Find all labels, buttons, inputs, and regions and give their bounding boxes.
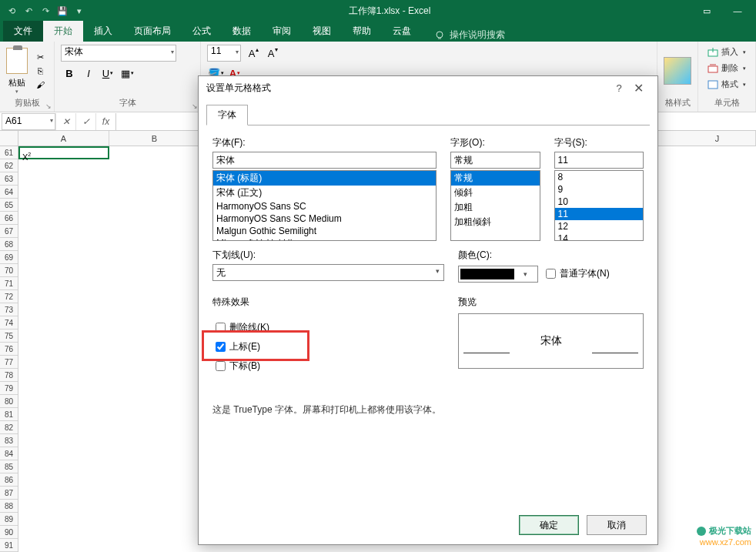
underline-combo[interactable] [212,264,444,281]
row-header[interactable]: 66 [0,212,18,225]
row-header[interactable]: 82 [0,421,18,434]
row-header[interactable]: 62 [0,159,18,172]
list-item[interactable]: HarmonyOS Sans SC Medium [213,212,436,225]
tab-review[interactable]: 审阅 [262,21,302,42]
list-item[interactable]: 宋体 (标题) [213,171,436,186]
row-header[interactable]: 67 [0,225,18,238]
strikethrough-checkbox[interactable]: 删除线(K) [216,318,441,337]
qat-autosave-icon[interactable]: ⟲ [3,2,20,19]
row-header[interactable]: 73 [0,303,18,316]
ribbon-display-icon[interactable]: ▭ [691,0,722,22]
list-item[interactable]: Malgun Gothic Semilight [213,225,436,237]
font-color-combo[interactable]: ▾ [458,266,538,283]
increase-font-icon[interactable]: A▴ [243,45,260,62]
list-item[interactable]: 加粗 [451,200,539,215]
superscript-checkbox[interactable]: 上标(E) [216,337,441,356]
dialog-launcher-icon[interactable]: ↘ [192,102,198,110]
font-style-input[interactable] [450,152,540,169]
column-header[interactable]: A [18,131,109,146]
list-item[interactable]: 12 [555,220,643,233]
font-name-combo[interactable]: 宋体▾ [61,45,176,62]
column-header[interactable]: B [109,131,200,146]
row-header[interactable]: 63 [0,172,18,186]
row-header[interactable]: 72 [0,290,18,303]
font-list[interactable]: 宋体 (标题) 宋体 (正文) HarmonyOS Sans SC Harmon… [212,170,437,241]
row-header[interactable]: 71 [0,277,18,290]
dialog-launcher-icon[interactable]: ↘ [45,102,52,110]
row-header[interactable]: 69 [0,251,18,264]
select-all-corner[interactable] [0,131,18,146]
font-size-input[interactable] [554,152,644,169]
list-item[interactable]: 9 [555,183,643,196]
row-header[interactable]: 87 [0,487,18,500]
row-header[interactable]: 80 [0,395,18,408]
row-header[interactable]: 77 [0,356,18,369]
row-header[interactable]: 70 [0,264,18,277]
list-item[interactable]: 10 [555,196,643,208]
tab-data[interactable]: 数据 [222,21,262,42]
qat-undo-icon[interactable]: ↶ [20,2,37,19]
enter-formula-icon[interactable]: ✓ [75,113,95,130]
insert-cells-button[interactable]: 插入▾ [704,45,749,59]
format-cells-button[interactable]: 格式▾ [704,77,749,92]
row-header[interactable]: 85 [0,460,18,473]
cancel-formula-icon[interactable]: ✕ [55,113,75,130]
border-button[interactable]: ▦▾ [119,65,135,82]
copy-icon[interactable]: ⎘ [32,65,48,77]
qat-customize-icon[interactable]: ▾ [71,2,88,19]
tab-view[interactable]: 视图 [302,21,342,42]
name-box[interactable]: A61▾ [2,113,55,130]
close-icon[interactable]: ✕ [627,81,650,95]
list-item[interactable]: 倾斜 [451,186,539,200]
normal-font-checkbox[interactable]: 普通字体(N) [546,264,610,283]
row-header[interactable]: 91 [0,539,18,552]
underline-button[interactable]: U▾ [99,65,116,82]
paste-button[interactable]: 粘贴 ▾ [6,48,28,95]
row-header[interactable]: 65 [0,199,18,212]
row-header[interactable]: 83 [0,434,18,447]
subscript-checkbox[interactable]: 下标(B) [216,356,441,376]
tab-formulas[interactable]: 公式 [182,21,222,42]
row-header[interactable]: 86 [0,473,18,487]
style-list[interactable]: 常规 倾斜 加粗 加粗倾斜 [450,170,540,241]
tab-page-layout[interactable]: 页面布局 [123,21,182,42]
bold-button[interactable]: B [61,65,78,82]
tab-home[interactable]: 开始 [43,21,83,42]
qat-save-icon[interactable]: 💾 [54,2,71,19]
row-header[interactable]: 74 [0,316,18,330]
list-item[interactable]: 14 [555,233,643,241]
cut-icon[interactable]: ✂ [32,51,48,63]
row-header[interactable]: 68 [0,238,18,251]
row-header[interactable]: 78 [0,369,18,382]
tab-insert[interactable]: 插入 [83,21,123,42]
cancel-button[interactable]: 取消 [587,515,647,535]
size-list[interactable]: 8 9 10 11 12 14 [554,170,644,241]
tab-font[interactable]: 字体 [206,105,248,125]
row-header[interactable]: 76 [0,343,18,356]
row-header[interactable]: 75 [0,330,18,343]
active-cell[interactable]: X2 [18,146,109,159]
help-icon[interactable]: ? [611,82,627,94]
italic-button[interactable]: I [80,65,97,82]
decrease-font-icon[interactable]: A▾ [263,45,279,62]
list-item[interactable]: 宋体 (正文) [213,186,436,200]
list-item[interactable]: HarmonyOS Sans SC [213,200,436,212]
cell-styles-icon[interactable] [664,57,691,85]
tell-me-search[interactable]: 操作说明搜索 [434,28,505,42]
list-item[interactable]: Microsoft YaHei UI [213,237,436,241]
row-header[interactable]: 90 [0,526,18,539]
tab-help[interactable]: 帮助 [342,21,382,42]
delete-cells-button[interactable]: 删除▾ [704,61,749,75]
fx-button[interactable]: fx [95,113,115,130]
minimize-icon[interactable]: — [722,0,753,22]
list-item[interactable]: 8 [555,171,643,183]
row-header[interactable]: 79 [0,382,18,395]
row-header[interactable]: 89 [0,513,18,526]
font-name-input[interactable] [212,152,437,169]
font-size-combo[interactable]: 11▾ [207,45,241,62]
list-item[interactable]: 常规 [451,171,539,186]
tab-file[interactable]: 文件 [3,21,43,42]
list-item[interactable]: 11 [555,208,643,220]
ok-button[interactable]: 确定 [519,515,579,535]
list-item[interactable]: 加粗倾斜 [451,215,539,229]
